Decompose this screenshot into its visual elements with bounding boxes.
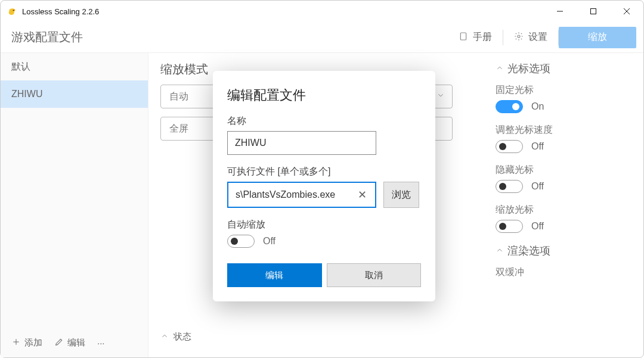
status-label: 状态 bbox=[174, 331, 191, 343]
scale-button-label: 缩放 bbox=[588, 31, 607, 43]
clear-executable-button[interactable]: ✕ bbox=[355, 188, 369, 201]
pencil-icon bbox=[54, 337, 64, 348]
svg-point-0 bbox=[13, 10, 14, 11]
render-options-title: 渲染选项 bbox=[507, 244, 550, 258]
profiles-heading: 游戏配置文件 bbox=[11, 29, 83, 45]
cursor-options-title: 光标选项 bbox=[507, 61, 550, 76]
profile-item-zhiwu[interactable]: ZHIWU bbox=[1, 80, 148, 108]
browse-label: 浏览 bbox=[392, 189, 411, 201]
name-input[interactable]: ZHIWU bbox=[227, 131, 376, 155]
chevron-up-icon bbox=[160, 332, 169, 342]
edit-profile-button[interactable]: 编辑 bbox=[54, 337, 85, 348]
hide-cursor-state: Off bbox=[531, 181, 544, 192]
cursor-options-expander[interactable]: 光标选项 bbox=[496, 61, 630, 76]
scale-cursor-label: 缩放光标 bbox=[496, 204, 630, 216]
close-button[interactable] bbox=[610, 1, 643, 22]
auto-scale-toggle[interactable] bbox=[227, 235, 255, 248]
name-field-label: 名称 bbox=[227, 115, 421, 127]
edit-profile-label: 编辑 bbox=[67, 337, 85, 348]
chevron-up-icon bbox=[496, 245, 504, 257]
lock-cursor-state: On bbox=[531, 101, 544, 112]
executable-input[interactable]: s\PlantsVsZombies.exe ✕ bbox=[227, 182, 376, 208]
auto-scale-label: 自动缩放 bbox=[227, 219, 421, 231]
more-icon: ··· bbox=[97, 338, 105, 348]
minimize-button[interactable] bbox=[543, 1, 577, 22]
confirm-label: 编辑 bbox=[265, 270, 283, 281]
adjust-speed-label: 调整光标速度 bbox=[496, 124, 630, 136]
executable-input-value: s\PlantsVsZombies.exe bbox=[236, 189, 335, 200]
add-profile-button[interactable]: 添加 bbox=[11, 337, 42, 348]
dialog-title: 编辑配置文件 bbox=[227, 86, 421, 104]
manual-label: 手册 bbox=[473, 31, 492, 43]
scaling-mode-value: 自动 bbox=[169, 91, 188, 103]
dialog-cancel-button[interactable]: 取消 bbox=[327, 263, 422, 287]
hide-cursor-toggle[interactable] bbox=[496, 180, 523, 193]
double-buffer-label: 双缓冲 bbox=[496, 266, 630, 279]
gear-icon bbox=[514, 32, 524, 43]
profile-label: ZHIWU bbox=[11, 89, 42, 99]
executable-field-label: 可执行文件 [单个或多个] bbox=[227, 166, 421, 178]
lock-cursor-label: 固定光标 bbox=[496, 84, 630, 96]
auto-scale-state: Off bbox=[263, 236, 275, 247]
fullscreen-value: 全屏 bbox=[169, 123, 188, 135]
window-title: Lossless Scaling 2.2.6 bbox=[22, 7, 99, 16]
manual-button[interactable]: 手册 bbox=[448, 27, 503, 48]
svg-point-6 bbox=[518, 35, 520, 38]
chevron-up-icon bbox=[496, 63, 504, 75]
plus-icon bbox=[11, 337, 21, 348]
status-expander[interactable]: 状态 bbox=[160, 331, 470, 343]
scale-cursor-state: Off bbox=[531, 221, 544, 232]
cancel-label: 取消 bbox=[365, 270, 383, 281]
render-options-expander[interactable]: 渲染选项 bbox=[496, 244, 630, 258]
name-input-value: ZHIWU bbox=[235, 138, 266, 148]
svg-rect-5 bbox=[460, 33, 466, 40]
profiles-sidebar: 默认 ZHIWU 添加 编辑 ··· bbox=[1, 53, 148, 357]
lock-cursor-toggle[interactable] bbox=[496, 100, 523, 113]
settings-button[interactable]: 设置 bbox=[503, 27, 558, 48]
browse-button[interactable]: 浏览 bbox=[383, 182, 419, 208]
dialog-confirm-button[interactable]: 编辑 bbox=[227, 263, 322, 287]
hide-cursor-label: 隐藏光标 bbox=[496, 164, 630, 176]
profile-item-default[interactable]: 默认 bbox=[1, 53, 148, 80]
scale-button[interactable]: 缩放 bbox=[559, 27, 636, 48]
edit-profile-dialog: 编辑配置文件 名称 ZHIWU 可执行文件 [单个或多个] s\PlantsVs… bbox=[213, 71, 435, 301]
svg-rect-2 bbox=[591, 9, 596, 14]
chevron-down-icon bbox=[436, 91, 445, 102]
adjust-speed-toggle[interactable] bbox=[496, 140, 523, 153]
more-profile-button[interactable]: ··· bbox=[97, 338, 105, 348]
add-profile-label: 添加 bbox=[24, 337, 42, 348]
manual-icon bbox=[459, 32, 468, 43]
scale-cursor-toggle[interactable] bbox=[496, 220, 523, 233]
profile-label: 默认 bbox=[11, 61, 30, 73]
maximize-button[interactable] bbox=[577, 1, 610, 22]
settings-label: 设置 bbox=[528, 31, 547, 43]
app-logo bbox=[7, 6, 17, 17]
adjust-speed-state: Off bbox=[531, 141, 544, 152]
